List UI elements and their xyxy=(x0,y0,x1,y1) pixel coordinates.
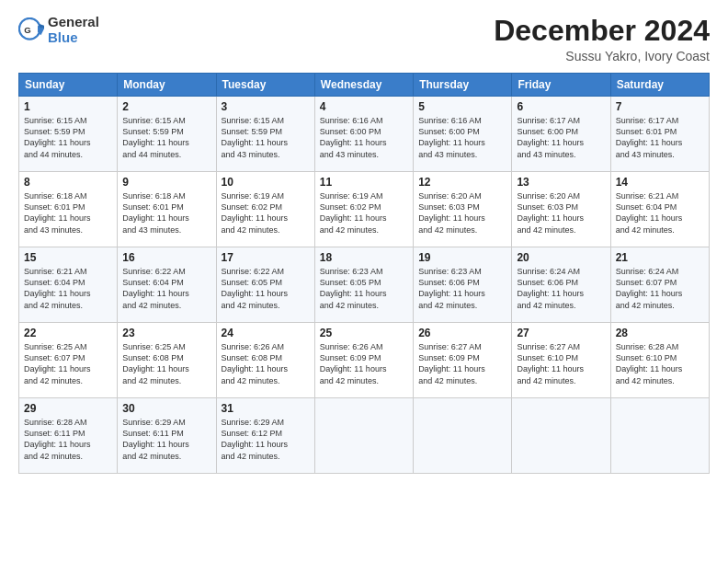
day-cell-26: 26Sunrise: 6:27 AM Sunset: 6:09 PM Dayli… xyxy=(414,323,512,398)
day-number: 9 xyxy=(122,176,210,189)
day-cell-19: 19Sunrise: 6:23 AM Sunset: 6:06 PM Dayli… xyxy=(414,247,512,323)
day-number: 4 xyxy=(320,100,408,113)
day-cell-21: 21Sunrise: 6:24 AM Sunset: 6:07 PM Dayli… xyxy=(610,247,709,323)
logo-general: General xyxy=(48,15,99,30)
day-info: Sunrise: 6:21 AM Sunset: 6:04 PM Dayligh… xyxy=(616,190,704,236)
day-info: Sunrise: 6:18 AM Sunset: 6:01 PM Dayligh… xyxy=(122,190,210,236)
day-cell-18: 18Sunrise: 6:23 AM Sunset: 6:05 PM Dayli… xyxy=(314,247,413,323)
day-number: 14 xyxy=(616,176,704,189)
day-cell-15: 15Sunrise: 6:21 AM Sunset: 6:04 PM Dayli… xyxy=(19,247,118,323)
day-of-week-monday: Monday xyxy=(118,74,216,97)
day-number: 20 xyxy=(517,251,605,264)
day-number: 31 xyxy=(222,402,310,415)
day-number: 27 xyxy=(517,327,605,339)
day-number: 7 xyxy=(616,100,704,113)
day-number: 11 xyxy=(320,176,408,189)
day-cell-16: 16Sunrise: 6:22 AM Sunset: 6:04 PM Dayli… xyxy=(118,247,216,323)
day-cell-10: 10Sunrise: 6:19 AM Sunset: 6:02 PM Dayli… xyxy=(216,172,314,247)
empty-cell xyxy=(512,398,610,474)
day-info: Sunrise: 6:23 AM Sunset: 6:06 PM Dayligh… xyxy=(418,266,506,311)
day-cell-23: 23Sunrise: 6:25 AM Sunset: 6:08 PM Dayli… xyxy=(118,323,216,398)
day-info: Sunrise: 6:25 AM Sunset: 6:08 PM Dayligh… xyxy=(122,341,210,386)
week-row-3: 15Sunrise: 6:21 AM Sunset: 6:04 PM Dayli… xyxy=(19,247,710,323)
day-info: Sunrise: 6:24 AM Sunset: 6:07 PM Dayligh… xyxy=(616,266,704,311)
day-info: Sunrise: 6:28 AM Sunset: 6:11 PM Dayligh… xyxy=(24,417,112,462)
day-number: 28 xyxy=(616,327,704,339)
day-number: 23 xyxy=(122,327,210,339)
logo-icon: G xyxy=(18,17,44,43)
day-number: 15 xyxy=(24,251,112,264)
day-cell-7: 7Sunrise: 6:17 AM Sunset: 6:01 PM Daylig… xyxy=(610,97,709,172)
day-info: Sunrise: 6:15 AM Sunset: 5:59 PM Dayligh… xyxy=(24,115,112,160)
logo-text: General Blue xyxy=(48,15,99,45)
day-number: 13 xyxy=(517,176,605,189)
day-info: Sunrise: 6:27 AM Sunset: 6:09 PM Dayligh… xyxy=(418,341,506,386)
days-of-week-row: SundayMondayTuesdayWednesdayThursdayFrid… xyxy=(19,74,710,97)
day-info: Sunrise: 6:17 AM Sunset: 6:01 PM Dayligh… xyxy=(616,115,704,160)
day-info: Sunrise: 6:26 AM Sunset: 6:09 PM Dayligh… xyxy=(320,341,408,386)
day-cell-3: 3Sunrise: 6:15 AM Sunset: 5:59 PM Daylig… xyxy=(216,97,314,172)
day-number: 16 xyxy=(122,251,210,264)
logo: G General Blue xyxy=(18,15,99,45)
calendar-header: SundayMondayTuesdayWednesdayThursdayFrid… xyxy=(19,74,710,97)
month-title: December 2024 xyxy=(494,15,710,47)
day-cell-25: 25Sunrise: 6:26 AM Sunset: 6:09 PM Dayli… xyxy=(314,323,413,398)
day-of-week-sunday: Sunday xyxy=(19,74,118,97)
empty-cell xyxy=(414,398,512,474)
day-number: 3 xyxy=(222,100,310,113)
day-cell-2: 2Sunrise: 6:15 AM Sunset: 5:59 PM Daylig… xyxy=(118,97,216,172)
day-cell-30: 30Sunrise: 6:29 AM Sunset: 6:11 PM Dayli… xyxy=(118,398,216,474)
day-info: Sunrise: 6:17 AM Sunset: 6:00 PM Dayligh… xyxy=(517,115,605,160)
day-info: Sunrise: 6:16 AM Sunset: 6:00 PM Dayligh… xyxy=(320,115,408,160)
day-cell-22: 22Sunrise: 6:25 AM Sunset: 6:07 PM Dayli… xyxy=(19,323,118,398)
week-row-5: 29Sunrise: 6:28 AM Sunset: 6:11 PM Dayli… xyxy=(19,398,710,474)
day-info: Sunrise: 6:25 AM Sunset: 6:07 PM Dayligh… xyxy=(24,341,112,386)
day-info: Sunrise: 6:23 AM Sunset: 6:05 PM Dayligh… xyxy=(320,266,408,311)
day-of-week-wednesday: Wednesday xyxy=(314,74,413,97)
day-info: Sunrise: 6:15 AM Sunset: 5:59 PM Dayligh… xyxy=(122,115,210,160)
day-number: 25 xyxy=(320,327,408,339)
empty-cell xyxy=(314,398,413,474)
day-cell-24: 24Sunrise: 6:26 AM Sunset: 6:08 PM Dayli… xyxy=(216,323,314,398)
day-info: Sunrise: 6:26 AM Sunset: 6:08 PM Dayligh… xyxy=(222,341,310,386)
day-info: Sunrise: 6:19 AM Sunset: 6:02 PM Dayligh… xyxy=(320,190,408,236)
day-number: 8 xyxy=(24,176,112,189)
day-cell-31: 31Sunrise: 6:29 AM Sunset: 6:12 PM Dayli… xyxy=(216,398,314,474)
day-info: Sunrise: 6:22 AM Sunset: 6:05 PM Dayligh… xyxy=(222,266,310,311)
day-number: 30 xyxy=(122,402,210,415)
day-number: 12 xyxy=(418,176,506,189)
day-cell-8: 8Sunrise: 6:18 AM Sunset: 6:01 PM Daylig… xyxy=(19,172,118,247)
day-cell-28: 28Sunrise: 6:28 AM Sunset: 6:10 PM Dayli… xyxy=(610,323,709,398)
day-of-week-friday: Friday xyxy=(512,74,610,97)
day-number: 24 xyxy=(222,327,310,339)
day-info: Sunrise: 6:27 AM Sunset: 6:10 PM Dayligh… xyxy=(517,341,605,386)
day-number: 2 xyxy=(122,100,210,113)
logo-blue: Blue xyxy=(48,30,99,46)
day-info: Sunrise: 6:20 AM Sunset: 6:03 PM Dayligh… xyxy=(418,190,506,236)
day-number: 26 xyxy=(418,327,506,339)
week-row-2: 8Sunrise: 6:18 AM Sunset: 6:01 PM Daylig… xyxy=(19,172,710,247)
day-cell-29: 29Sunrise: 6:28 AM Sunset: 6:11 PM Dayli… xyxy=(19,398,118,474)
page: G General Blue December 2024 Sussu Yakro… xyxy=(0,0,728,483)
empty-cell xyxy=(610,398,709,474)
day-info: Sunrise: 6:19 AM Sunset: 6:02 PM Dayligh… xyxy=(222,190,310,236)
day-cell-1: 1Sunrise: 6:15 AM Sunset: 5:59 PM Daylig… xyxy=(19,97,118,172)
day-number: 18 xyxy=(320,251,408,264)
calendar-body: 1Sunrise: 6:15 AM Sunset: 5:59 PM Daylig… xyxy=(19,97,710,474)
day-cell-13: 13Sunrise: 6:20 AM Sunset: 6:03 PM Dayli… xyxy=(512,172,610,247)
day-cell-20: 20Sunrise: 6:24 AM Sunset: 6:06 PM Dayli… xyxy=(512,247,610,323)
day-cell-17: 17Sunrise: 6:22 AM Sunset: 6:05 PM Dayli… xyxy=(216,247,314,323)
day-info: Sunrise: 6:29 AM Sunset: 6:12 PM Dayligh… xyxy=(222,417,310,462)
svg-text:G: G xyxy=(24,24,30,34)
day-number: 29 xyxy=(24,402,112,415)
day-cell-27: 27Sunrise: 6:27 AM Sunset: 6:10 PM Dayli… xyxy=(512,323,610,398)
day-number: 17 xyxy=(222,251,310,264)
day-number: 1 xyxy=(24,100,112,113)
day-cell-9: 9Sunrise: 6:18 AM Sunset: 6:01 PM Daylig… xyxy=(118,172,216,247)
day-cell-14: 14Sunrise: 6:21 AM Sunset: 6:04 PM Dayli… xyxy=(610,172,709,247)
day-cell-11: 11Sunrise: 6:19 AM Sunset: 6:02 PM Dayli… xyxy=(314,172,413,247)
calendar-table: SundayMondayTuesdayWednesdayThursdayFrid… xyxy=(18,73,710,474)
day-of-week-thursday: Thursday xyxy=(414,74,512,97)
week-row-1: 1Sunrise: 6:15 AM Sunset: 5:59 PM Daylig… xyxy=(19,97,710,172)
week-row-4: 22Sunrise: 6:25 AM Sunset: 6:07 PM Dayli… xyxy=(19,323,710,398)
